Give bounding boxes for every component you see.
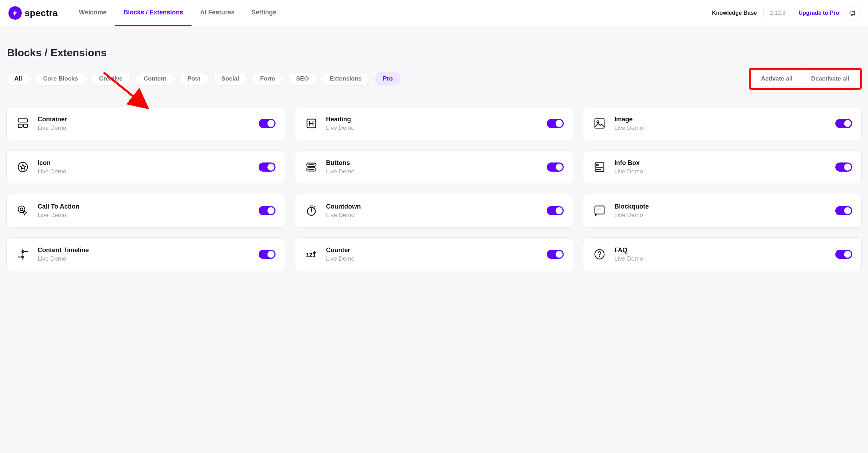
filter-form[interactable]: Form bbox=[252, 72, 283, 85]
faq-icon bbox=[592, 247, 607, 261]
primary-nav: Welcome Blocks / Extensions AI Features … bbox=[71, 0, 285, 26]
block-title: Countdown bbox=[326, 203, 361, 210]
block-card-text: Content TimelineLive Demo bbox=[38, 247, 89, 262]
svg-point-27 bbox=[599, 256, 600, 257]
announcements-button[interactable] bbox=[846, 6, 860, 20]
block-card-info-box: Info BoxLive Demo bbox=[583, 150, 862, 184]
block-toggle-heading[interactable] bbox=[547, 119, 564, 128]
container-icon bbox=[16, 116, 30, 130]
live-demo-link[interactable]: Live Demo bbox=[614, 168, 643, 175]
svg-rect-1 bbox=[18, 124, 22, 128]
upgrade-link[interactable]: Upgrade to Pro bbox=[798, 10, 839, 16]
block-card-left: ContainerLive Demo bbox=[16, 116, 67, 132]
knowledge-base-link[interactable]: Knowledge Base bbox=[712, 10, 757, 16]
live-demo-link[interactable]: Live Demo bbox=[38, 125, 67, 132]
block-toggle-container[interactable] bbox=[259, 119, 276, 128]
live-demo-link[interactable]: Live Demo bbox=[326, 168, 355, 175]
header-left: spectra Welcome Blocks / Extensions AI F… bbox=[8, 0, 285, 26]
filter-social[interactable]: Social bbox=[213, 72, 247, 85]
svg-point-15 bbox=[18, 206, 25, 213]
filter-content[interactable]: Content bbox=[136, 72, 174, 85]
block-title: Info Box bbox=[614, 159, 643, 167]
live-demo-link[interactable]: Live Demo bbox=[326, 255, 355, 262]
live-demo-link[interactable]: Live Demo bbox=[326, 125, 355, 132]
live-demo-link[interactable]: Live Demo bbox=[326, 212, 361, 219]
nav-settings[interactable]: Settings bbox=[243, 0, 285, 26]
activate-all-button[interactable]: Activate all bbox=[752, 71, 802, 87]
star-circle-icon bbox=[16, 160, 30, 174]
block-card-image: ImageLive Demo bbox=[583, 107, 862, 140]
svg-rect-0 bbox=[18, 119, 28, 122]
info-box-icon bbox=[592, 160, 607, 174]
brand[interactable]: spectra bbox=[8, 6, 58, 20]
block-card-text: FAQLive Demo bbox=[614, 247, 643, 262]
live-demo-link[interactable]: Live Demo bbox=[38, 212, 79, 219]
block-toggle-cta[interactable] bbox=[259, 206, 276, 215]
block-card-text: Info BoxLive Demo bbox=[614, 159, 643, 175]
live-demo-link[interactable]: Live Demo bbox=[614, 212, 649, 219]
block-card-left: FAQLive Demo bbox=[592, 247, 643, 262]
block-card-text: ImageLive Demo bbox=[614, 116, 643, 132]
filter-extensions[interactable]: Extensions bbox=[322, 72, 370, 85]
block-toggle-blockquote[interactable] bbox=[835, 206, 852, 215]
filter-post[interactable]: Post bbox=[179, 72, 208, 85]
live-demo-link[interactable]: Live Demo bbox=[614, 255, 643, 262]
megaphone-icon bbox=[849, 9, 856, 17]
svg-rect-4 bbox=[595, 119, 604, 128]
block-card-text: CounterLive Demo bbox=[326, 247, 355, 262]
filter-all[interactable]: All bbox=[6, 72, 30, 85]
block-card-text: BlockquoteLive Demo bbox=[614, 203, 649, 219]
page-title: Blocks / Extensions bbox=[6, 47, 862, 59]
block-card-left: Content TimelineLive Demo bbox=[16, 247, 89, 262]
buttons-icon bbox=[304, 160, 318, 174]
block-toggle-counter[interactable] bbox=[547, 250, 564, 259]
svg-text:"": "" bbox=[598, 208, 602, 212]
nav-ai-features[interactable]: AI Features bbox=[192, 0, 243, 26]
block-toggle-countdown[interactable] bbox=[547, 206, 564, 215]
image-icon bbox=[592, 116, 607, 130]
block-card-left: CountdownLive Demo bbox=[304, 203, 361, 219]
block-card-text: Call To ActionLive Demo bbox=[38, 203, 79, 219]
nav-blocks-extensions[interactable]: Blocks / Extensions bbox=[115, 0, 192, 26]
block-toggle-content-timeline[interactable] bbox=[259, 250, 276, 259]
stopwatch-icon bbox=[304, 204, 318, 218]
block-card-text: ContainerLive Demo bbox=[38, 116, 67, 132]
brand-logo-icon bbox=[8, 6, 22, 20]
timeline-icon bbox=[16, 247, 30, 261]
block-toggle-faq[interactable] bbox=[835, 250, 852, 259]
filter-pro[interactable]: Pro bbox=[375, 72, 401, 85]
block-card-left: HeadingLive Demo bbox=[304, 116, 355, 132]
live-demo-link[interactable]: Live Demo bbox=[38, 168, 66, 175]
svg-point-16 bbox=[20, 208, 23, 211]
block-title: FAQ bbox=[614, 247, 643, 254]
block-card-text: CountdownLive Demo bbox=[326, 203, 361, 219]
filter-creative[interactable]: Creative bbox=[91, 72, 131, 85]
live-demo-link[interactable]: Live Demo bbox=[614, 125, 643, 132]
block-card-heading: HeadingLive Demo bbox=[295, 107, 574, 140]
filter-seo[interactable]: SEO bbox=[288, 72, 317, 85]
block-card-left: 123CounterLive Demo bbox=[304, 247, 355, 262]
block-card-left: IconLive Demo bbox=[16, 159, 66, 175]
block-toggle-buttons[interactable] bbox=[547, 162, 564, 172]
block-card-buttons: ButtonsLive Demo bbox=[295, 150, 574, 184]
block-card-text: HeadingLive Demo bbox=[326, 116, 355, 132]
block-toggle-image[interactable] bbox=[835, 119, 852, 128]
svg-point-6 bbox=[18, 162, 28, 172]
block-card-icon: IconLive Demo bbox=[6, 150, 285, 184]
live-demo-link[interactable]: Live Demo bbox=[38, 255, 89, 262]
filter-core-blocks[interactable]: Core Blocks bbox=[35, 72, 86, 85]
nav-welcome[interactable]: Welcome bbox=[71, 0, 115, 26]
block-title: Blockquote bbox=[614, 203, 649, 210]
svg-point-5 bbox=[597, 121, 599, 123]
bulk-actions-highlighted: Activate all Deactivate all bbox=[749, 68, 862, 90]
svg-point-12 bbox=[597, 164, 598, 166]
svg-rect-2 bbox=[24, 124, 27, 128]
deactivate-all-button[interactable]: Deactivate all bbox=[802, 71, 859, 87]
svg-rect-11 bbox=[595, 163, 604, 172]
block-toggle-info-box[interactable] bbox=[835, 162, 852, 172]
block-card-text: IconLive Demo bbox=[38, 159, 66, 175]
blocks-grid: ContainerLive DemoHeadingLive DemoImageL… bbox=[6, 107, 862, 271]
block-toggle-icon[interactable] bbox=[259, 162, 276, 172]
block-title: Heading bbox=[326, 116, 355, 123]
block-card-container: ContainerLive Demo bbox=[6, 107, 285, 140]
